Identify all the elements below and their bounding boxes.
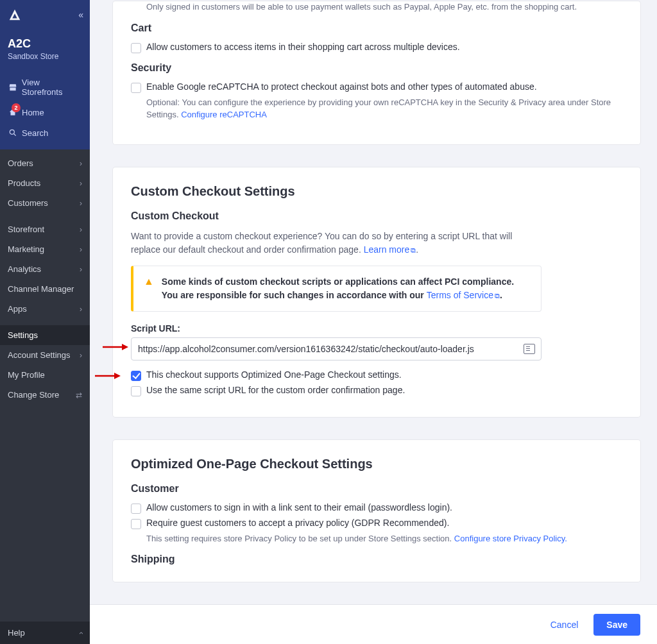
security-section-title: Security bbox=[131, 62, 622, 74]
recaptcha-description: Optional: You can configure the experien… bbox=[146, 97, 622, 121]
nav-customers[interactable]: Customers› bbox=[0, 193, 90, 213]
custom-checkout-desc: Want to provide a custom checkout experi… bbox=[131, 230, 542, 257]
nav-view-storefronts[interactable]: View Storefronts bbox=[0, 72, 90, 102]
warning-icon: ▲ bbox=[144, 276, 154, 302]
svg-marker-2 bbox=[122, 344, 128, 350]
save-button[interactable]: Save bbox=[593, 614, 640, 636]
chevron-right-icon: › bbox=[80, 199, 82, 208]
nav-change-store[interactable]: Change Store⇄ bbox=[0, 385, 90, 405]
footer-action-bar: Cancel Save bbox=[90, 604, 657, 644]
recaptcha-checkbox[interactable] bbox=[131, 83, 141, 93]
swap-icon: ⇄ bbox=[76, 391, 82, 400]
nav-settings[interactable]: Settings bbox=[0, 325, 90, 345]
same-script-label: Use the same script URL for the custom o… bbox=[146, 385, 405, 395]
nav-orders[interactable]: Orders› bbox=[0, 153, 90, 173]
chevron-right-icon: › bbox=[80, 225, 82, 234]
chevron-right-icon: › bbox=[80, 305, 82, 314]
collapse-sidebar-icon[interactable]: « bbox=[78, 10, 83, 20]
panel-general-checkout: Only signed in customers will be able to… bbox=[113, 1, 640, 144]
cart-multidevice-checkbox[interactable] bbox=[131, 43, 141, 53]
passwordless-login-checkbox[interactable] bbox=[131, 504, 141, 514]
main-content: Only signed in customers will be able to… bbox=[90, 0, 657, 644]
cart-multidevice-label: Allow customers to access items in their… bbox=[146, 42, 460, 52]
storefront-icon bbox=[8, 82, 18, 92]
chevron-up-icon: › bbox=[76, 632, 85, 634]
nav-apps[interactable]: Apps› bbox=[0, 299, 90, 319]
external-link-icon: ⧉ bbox=[495, 291, 500, 301]
wallet-description: Only signed in customers will be able to… bbox=[146, 1, 622, 13]
gdpr-privacy-desc: This setting requires store Privacy Poli… bbox=[146, 533, 622, 545]
home-badge: 2 bbox=[12, 103, 21, 112]
nav-home-label: Home bbox=[22, 108, 44, 117]
chevron-right-icon: › bbox=[80, 179, 82, 188]
gdpr-privacy-label: Require guest customers to accept a priv… bbox=[146, 518, 449, 528]
optimized-checkout-title: Optimized One-Page Checkout Settings bbox=[131, 457, 622, 471]
sidebar-secondary-nav: Orders› Products› Customers› Storefront›… bbox=[0, 149, 90, 409]
panel-custom-checkout: Custom Checkout Settings Custom Checkout… bbox=[113, 167, 640, 417]
help-bar[interactable]: Help › bbox=[0, 622, 90, 644]
configure-recaptcha-link[interactable]: Configure reCAPTCHA bbox=[181, 110, 267, 119]
sidebar: « A2C Sandbox Store View Storefronts 2 H… bbox=[0, 0, 90, 644]
cart-section-title: Cart bbox=[131, 22, 622, 34]
script-url-label: Script URL: bbox=[131, 323, 622, 334]
annotation-arrow-icon bbox=[103, 343, 128, 349]
customer-section-title: Customer bbox=[131, 483, 622, 495]
code-block-icon[interactable] bbox=[524, 344, 535, 354]
optimized-checkout-checkbox[interactable] bbox=[131, 371, 141, 381]
same-script-checkbox[interactable] bbox=[131, 386, 141, 396]
chevron-right-icon: › bbox=[80, 245, 82, 254]
chevron-right-icon: › bbox=[80, 265, 82, 274]
external-link-icon: ⧉ bbox=[411, 245, 416, 256]
pci-warning-box: ▲ Some kinds of custom checkout scripts … bbox=[131, 266, 542, 312]
nav-search-label: Search bbox=[22, 128, 48, 138]
sidebar-primary-nav: View Storefronts 2 Home Search bbox=[0, 69, 90, 149]
nav-view-storefronts-label: View Storefronts bbox=[22, 78, 82, 97]
nav-my-profile[interactable]: My Profile bbox=[0, 365, 90, 385]
nav-account-settings[interactable]: Account Settings› bbox=[0, 345, 90, 365]
help-label: Help bbox=[8, 628, 25, 638]
learn-more-link[interactable]: Learn more⧉ bbox=[364, 244, 416, 255]
custom-checkout-settings-title: Custom Checkout Settings bbox=[131, 184, 622, 199]
annotation-arrow-icon bbox=[95, 371, 121, 378]
store-name: A2C bbox=[8, 37, 83, 51]
gdpr-privacy-checkbox[interactable] bbox=[131, 519, 141, 529]
optimized-checkout-label: This checkout supports Optimized One-Pag… bbox=[146, 369, 402, 380]
scroll-area[interactable]: Only signed in customers will be able to… bbox=[90, 0, 657, 604]
panel-optimized-checkout: Optimized One-Page Checkout Settings Cus… bbox=[113, 440, 640, 582]
chevron-right-icon: › bbox=[80, 159, 82, 168]
svg-marker-4 bbox=[114, 373, 121, 379]
nav-search[interactable]: Search bbox=[0, 123, 90, 143]
nav-analytics[interactable]: Analytics› bbox=[0, 259, 90, 279]
chevron-right-icon: › bbox=[80, 351, 82, 360]
logo-icon bbox=[8, 8, 22, 22]
shipping-section-title: Shipping bbox=[131, 554, 622, 565]
nav-marketing[interactable]: Marketing› bbox=[0, 239, 90, 259]
nav-home[interactable]: 2 Home bbox=[0, 102, 90, 123]
passwordless-login-label: Allow customers to sign in with a link s… bbox=[146, 502, 452, 513]
sidebar-header: « A2C Sandbox Store bbox=[0, 0, 90, 69]
recaptcha-label: Enable Google reCAPTCHA to protect check… bbox=[146, 81, 537, 92]
custom-checkout-sub: Custom Checkout bbox=[131, 210, 622, 222]
search-icon bbox=[8, 128, 18, 138]
cancel-button[interactable]: Cancel bbox=[550, 620, 579, 630]
nav-products[interactable]: Products› bbox=[0, 173, 90, 193]
terms-of-service-link[interactable]: Terms of Service⧉ bbox=[427, 290, 500, 300]
configure-privacy-link[interactable]: Configure store Privacy Policy. bbox=[454, 534, 567, 543]
store-tag: Sandbox Store bbox=[8, 52, 83, 61]
nav-channel-manager[interactable]: Channel Manager bbox=[0, 279, 90, 299]
script-url-input[interactable] bbox=[131, 337, 542, 360]
svg-point-0 bbox=[10, 130, 14, 134]
nav-storefront[interactable]: Storefront› bbox=[0, 219, 90, 239]
